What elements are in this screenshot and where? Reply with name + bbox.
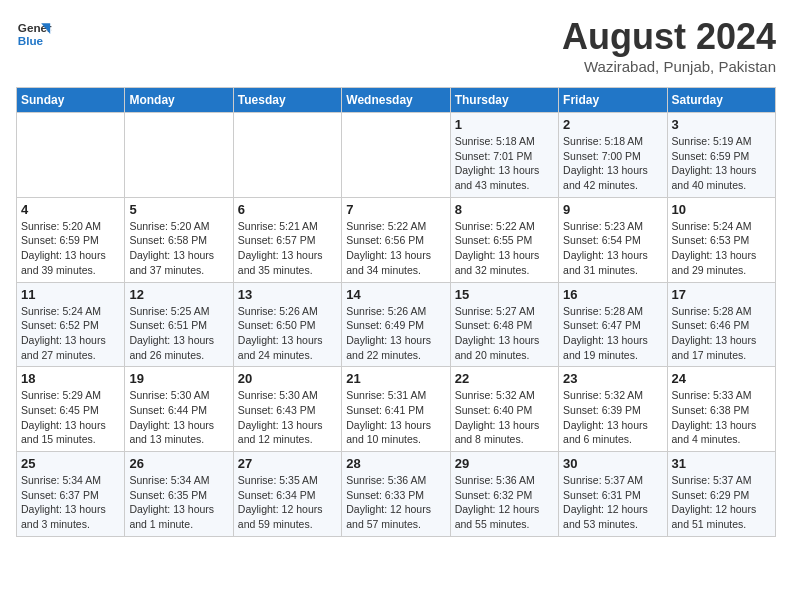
calendar-cell: 10Sunrise: 5:24 AMSunset: 6:53 PMDayligh… [667,197,775,282]
day-number: 18 [21,371,120,386]
calendar-cell: 7Sunrise: 5:22 AMSunset: 6:56 PMDaylight… [342,197,450,282]
day-info: Sunrise: 5:36 AMSunset: 6:33 PMDaylight:… [346,473,445,532]
day-info: Sunrise: 5:22 AMSunset: 6:55 PMDaylight:… [455,219,554,278]
calendar-cell [342,113,450,198]
calendar-cell: 28Sunrise: 5:36 AMSunset: 6:33 PMDayligh… [342,452,450,537]
calendar-cell: 22Sunrise: 5:32 AMSunset: 6:40 PMDayligh… [450,367,558,452]
day-info: Sunrise: 5:24 AMSunset: 6:53 PMDaylight:… [672,219,771,278]
day-number: 1 [455,117,554,132]
day-header-monday: Monday [125,88,233,113]
day-info: Sunrise: 5:30 AMSunset: 6:43 PMDaylight:… [238,388,337,447]
calendar-cell: 24Sunrise: 5:33 AMSunset: 6:38 PMDayligh… [667,367,775,452]
calendar-cell: 30Sunrise: 5:37 AMSunset: 6:31 PMDayligh… [559,452,667,537]
day-info: Sunrise: 5:33 AMSunset: 6:38 PMDaylight:… [672,388,771,447]
day-header-friday: Friday [559,88,667,113]
day-number: 12 [129,287,228,302]
day-info: Sunrise: 5:34 AMSunset: 6:37 PMDaylight:… [21,473,120,532]
day-info: Sunrise: 5:22 AMSunset: 6:56 PMDaylight:… [346,219,445,278]
day-header-wednesday: Wednesday [342,88,450,113]
day-number: 16 [563,287,662,302]
day-number: 10 [672,202,771,217]
day-number: 24 [672,371,771,386]
day-number: 23 [563,371,662,386]
day-header-thursday: Thursday [450,88,558,113]
day-info: Sunrise: 5:32 AMSunset: 6:40 PMDaylight:… [455,388,554,447]
week-row-2: 4Sunrise: 5:20 AMSunset: 6:59 PMDaylight… [17,197,776,282]
day-header-saturday: Saturday [667,88,775,113]
calendar-cell: 23Sunrise: 5:32 AMSunset: 6:39 PMDayligh… [559,367,667,452]
calendar-cell [125,113,233,198]
logo-icon: General Blue [16,16,52,52]
calendar-cell: 1Sunrise: 5:18 AMSunset: 7:01 PMDaylight… [450,113,558,198]
day-number: 31 [672,456,771,471]
page-header: General Blue August 2024 Wazirabad, Punj… [16,16,776,75]
calendar-cell: 13Sunrise: 5:26 AMSunset: 6:50 PMDayligh… [233,282,341,367]
day-number: 27 [238,456,337,471]
calendar-cell: 17Sunrise: 5:28 AMSunset: 6:46 PMDayligh… [667,282,775,367]
day-number: 30 [563,456,662,471]
day-number: 20 [238,371,337,386]
day-info: Sunrise: 5:19 AMSunset: 6:59 PMDaylight:… [672,134,771,193]
day-number: 28 [346,456,445,471]
day-info: Sunrise: 5:20 AMSunset: 6:58 PMDaylight:… [129,219,228,278]
day-number: 13 [238,287,337,302]
day-header-sunday: Sunday [17,88,125,113]
calendar-cell: 29Sunrise: 5:36 AMSunset: 6:32 PMDayligh… [450,452,558,537]
calendar-cell: 19Sunrise: 5:30 AMSunset: 6:44 PMDayligh… [125,367,233,452]
day-info: Sunrise: 5:34 AMSunset: 6:35 PMDaylight:… [129,473,228,532]
day-info: Sunrise: 5:32 AMSunset: 6:39 PMDaylight:… [563,388,662,447]
calendar-cell: 31Sunrise: 5:37 AMSunset: 6:29 PMDayligh… [667,452,775,537]
day-info: Sunrise: 5:26 AMSunset: 6:49 PMDaylight:… [346,304,445,363]
day-number: 29 [455,456,554,471]
day-info: Sunrise: 5:18 AMSunset: 7:00 PMDaylight:… [563,134,662,193]
day-info: Sunrise: 5:29 AMSunset: 6:45 PMDaylight:… [21,388,120,447]
day-number: 2 [563,117,662,132]
calendar-cell: 9Sunrise: 5:23 AMSunset: 6:54 PMDaylight… [559,197,667,282]
day-info: Sunrise: 5:35 AMSunset: 6:34 PMDaylight:… [238,473,337,532]
day-info: Sunrise: 5:24 AMSunset: 6:52 PMDaylight:… [21,304,120,363]
day-info: Sunrise: 5:28 AMSunset: 6:47 PMDaylight:… [563,304,662,363]
day-info: Sunrise: 5:30 AMSunset: 6:44 PMDaylight:… [129,388,228,447]
week-row-4: 18Sunrise: 5:29 AMSunset: 6:45 PMDayligh… [17,367,776,452]
calendar-cell: 11Sunrise: 5:24 AMSunset: 6:52 PMDayligh… [17,282,125,367]
day-number: 11 [21,287,120,302]
day-info: Sunrise: 5:28 AMSunset: 6:46 PMDaylight:… [672,304,771,363]
logo: General Blue [16,16,52,52]
day-info: Sunrise: 5:25 AMSunset: 6:51 PMDaylight:… [129,304,228,363]
calendar-cell: 21Sunrise: 5:31 AMSunset: 6:41 PMDayligh… [342,367,450,452]
day-number: 26 [129,456,228,471]
calendar-cell: 12Sunrise: 5:25 AMSunset: 6:51 PMDayligh… [125,282,233,367]
day-number: 14 [346,287,445,302]
day-info: Sunrise: 5:31 AMSunset: 6:41 PMDaylight:… [346,388,445,447]
calendar-cell: 8Sunrise: 5:22 AMSunset: 6:55 PMDaylight… [450,197,558,282]
svg-text:Blue: Blue [18,34,44,47]
calendar-cell: 26Sunrise: 5:34 AMSunset: 6:35 PMDayligh… [125,452,233,537]
calendar-cell: 2Sunrise: 5:18 AMSunset: 7:00 PMDaylight… [559,113,667,198]
calendar-cell: 4Sunrise: 5:20 AMSunset: 6:59 PMDaylight… [17,197,125,282]
day-number: 9 [563,202,662,217]
day-info: Sunrise: 5:20 AMSunset: 6:59 PMDaylight:… [21,219,120,278]
day-number: 21 [346,371,445,386]
month-year: August 2024 [562,16,776,58]
days-header-row: SundayMondayTuesdayWednesdayThursdayFrid… [17,88,776,113]
week-row-5: 25Sunrise: 5:34 AMSunset: 6:37 PMDayligh… [17,452,776,537]
day-number: 6 [238,202,337,217]
day-info: Sunrise: 5:27 AMSunset: 6:48 PMDaylight:… [455,304,554,363]
day-info: Sunrise: 5:26 AMSunset: 6:50 PMDaylight:… [238,304,337,363]
calendar-cell: 27Sunrise: 5:35 AMSunset: 6:34 PMDayligh… [233,452,341,537]
day-info: Sunrise: 5:18 AMSunset: 7:01 PMDaylight:… [455,134,554,193]
calendar-cell: 18Sunrise: 5:29 AMSunset: 6:45 PMDayligh… [17,367,125,452]
calendar-cell: 3Sunrise: 5:19 AMSunset: 6:59 PMDaylight… [667,113,775,198]
day-number: 3 [672,117,771,132]
calendar-cell: 20Sunrise: 5:30 AMSunset: 6:43 PMDayligh… [233,367,341,452]
calendar-cell: 6Sunrise: 5:21 AMSunset: 6:57 PMDaylight… [233,197,341,282]
day-info: Sunrise: 5:23 AMSunset: 6:54 PMDaylight:… [563,219,662,278]
calendar-cell [17,113,125,198]
day-number: 7 [346,202,445,217]
day-info: Sunrise: 5:37 AMSunset: 6:31 PMDaylight:… [563,473,662,532]
week-row-1: 1Sunrise: 5:18 AMSunset: 7:01 PMDaylight… [17,113,776,198]
calendar-cell: 16Sunrise: 5:28 AMSunset: 6:47 PMDayligh… [559,282,667,367]
day-number: 25 [21,456,120,471]
day-number: 17 [672,287,771,302]
day-number: 4 [21,202,120,217]
